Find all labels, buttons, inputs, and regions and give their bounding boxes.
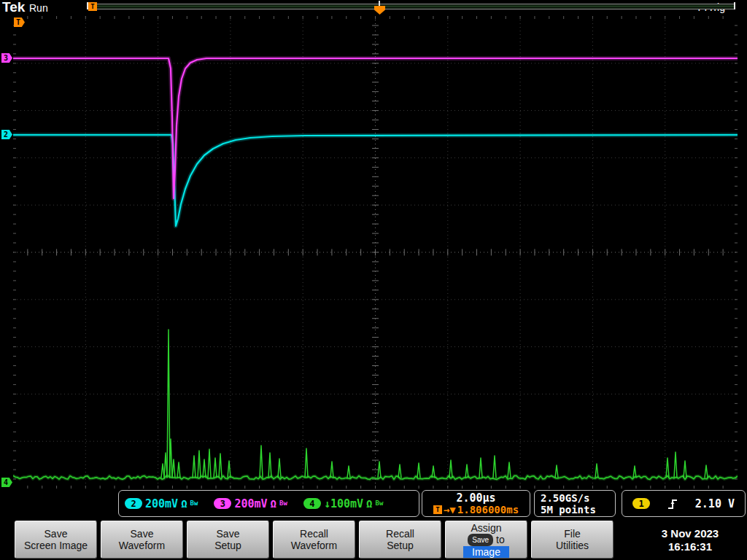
expansion-point-tick <box>379 1 380 6</box>
menu-button-label: Setup <box>387 540 414 551</box>
save-pill-icon: Save <box>468 534 493 546</box>
channel-4-readout[interactable]: 4↓100mVΩBw <box>303 497 383 510</box>
menu-button-label: Save <box>217 528 240 540</box>
trigger-delay-row: T →▼ 1.806000ms <box>433 504 519 516</box>
record-view-trigger-icon[interactable]: T <box>88 2 97 11</box>
channel-3-position-marker[interactable]: 3 <box>1 53 12 63</box>
menu-button-label: Waveform <box>291 540 337 551</box>
channel-3-readout[interactable]: 3200mVΩBw <box>214 497 287 510</box>
channel-3-bandwidth-icon: Bw <box>279 499 287 507</box>
channel-2-impedance: Ω <box>181 498 187 510</box>
horizontal-readout-box[interactable]: 2.00µs T →▼ 1.806000ms <box>422 490 530 517</box>
channel-2-badge[interactable]: 2 <box>125 498 142 509</box>
menu-button-assign-save-to-image[interactable]: AssignSavetoImage <box>445 521 527 559</box>
expansion-point-marker[interactable] <box>374 6 385 15</box>
menu-button-label: Recall <box>386 528 414 540</box>
channel-2-bandwidth-icon: Bw <box>190 499 198 507</box>
oscilloscope-screen: Tek Run PrTrig T T324 2200mVΩBw3200mVΩBw… <box>0 0 747 560</box>
date-text: 3 Nov 2023 <box>639 527 741 540</box>
channel-4-impedance: Ω <box>366 498 372 510</box>
menu-button-recall-setup[interactable]: RecallSetup <box>359 521 441 559</box>
trigger-delay-icon: T <box>433 505 442 514</box>
record-length: 5M points <box>541 504 609 516</box>
trigger-delay-value: 1.806000ms <box>457 504 519 516</box>
trigger-source-badge[interactable]: 1 <box>632 498 650 509</box>
channel-3-badge[interactable]: 3 <box>214 498 231 509</box>
channel-4-position-marker[interactable]: 4 <box>1 478 12 487</box>
trigger-delay-arrows: →▼ <box>444 504 456 516</box>
menu-button-save-screen-image[interactable]: SaveScreen Image <box>15 521 97 559</box>
menu-button-save-waveform[interactable]: SaveWaveform <box>101 521 183 559</box>
waveform-channel-3 <box>13 58 738 198</box>
channel-4-scale: ↓100mV <box>324 497 363 510</box>
menu-button-label: Recall <box>300 528 328 540</box>
channel-4-bandwidth-icon: Bw <box>376 499 384 507</box>
time-text: 16:16:31 <box>639 540 741 553</box>
assign-save-row: Saveto <box>468 534 504 546</box>
menu-button-label: Save <box>44 528 68 540</box>
trigger-readout-box[interactable]: 1 2.10 V <box>622 490 746 517</box>
record-view-bar[interactable] <box>88 4 735 9</box>
channel-readouts-box[interactable]: 2200mVΩBw3200mVΩBw4↓100mVΩBw <box>118 490 419 517</box>
channel-3-scale: 200mV <box>234 497 267 510</box>
acquisition-readout-box[interactable]: 2.50GS/s 5M points <box>534 490 616 517</box>
channel-2-scale: 200mV <box>145 497 178 510</box>
bottom-menu-bar: SaveScreen ImageSaveWaveformSaveSetupRec… <box>0 519 747 560</box>
menu-button-label: Utilities <box>556 540 589 551</box>
sample-rate: 2.50GS/s <box>541 492 609 504</box>
channel-4-badge[interactable]: 4 <box>303 498 321 509</box>
menu-button-label: Screen Image <box>24 540 88 551</box>
menu-button-recall-waveform[interactable]: RecallWaveform <box>273 521 355 559</box>
channel-2-position-marker[interactable]: 2 <box>1 130 12 139</box>
assign-target-image: Image <box>463 546 509 558</box>
acquisition-status: Run <box>29 2 48 14</box>
channel-3-impedance: Ω <box>271 498 276 510</box>
record-view-waveform-line <box>88 6 735 7</box>
menu-button-label: File <box>564 528 581 540</box>
record-view-right-bracket <box>734 2 735 9</box>
waveform-display <box>13 16 738 489</box>
channel-2-readout[interactable]: 2200mVΩBw <box>125 497 198 510</box>
menu-button-label: to <box>496 534 505 545</box>
timebase-scale: 2.00µs <box>456 492 495 504</box>
menu-button-label: Waveform <box>119 540 165 551</box>
graticule-grid <box>13 16 738 489</box>
menu-button-label: Assign <box>471 522 501 534</box>
datetime-display: 3 Nov 2023 16:16:31 <box>639 527 741 553</box>
trigger-level-value: 2.10 V <box>695 497 735 510</box>
menu-button-label: Setup <box>214 540 241 551</box>
rising-edge-icon <box>667 497 678 510</box>
menu-button-file-utilities[interactable]: FileUtilities <box>531 521 614 559</box>
tek-logo: Tek <box>2 0 25 15</box>
menu-button-save-setup[interactable]: SaveSetup <box>187 521 269 559</box>
menu-button-label: Save <box>131 528 154 540</box>
